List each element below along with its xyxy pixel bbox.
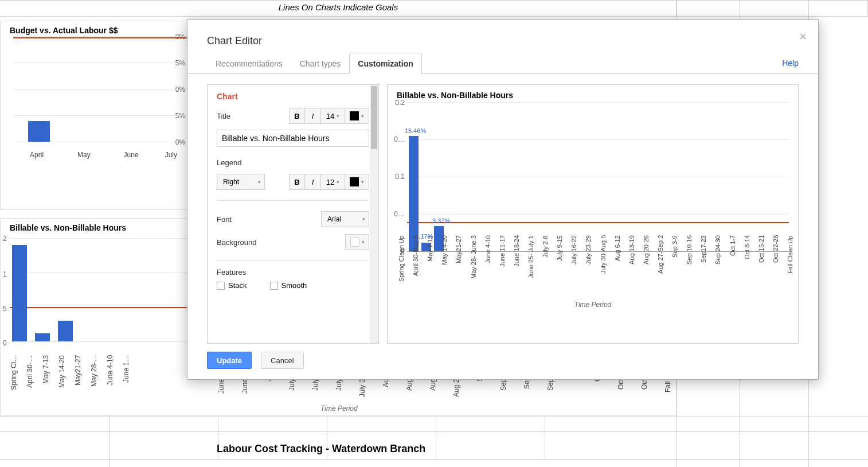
- y-label: 5: [3, 305, 7, 313]
- cancel-button[interactable]: Cancel: [261, 352, 303, 369]
- tab-recommendations[interactable]: Recommendations: [207, 53, 291, 74]
- font-select[interactable]: Arial▾: [321, 211, 369, 227]
- sheet-header: Lines On Charts Indicate Goals: [0, 2, 677, 12]
- preview-x-label: July 2-8: [542, 235, 553, 298]
- preview-x-label: Aug 13-19: [628, 235, 640, 298]
- preview-title: Billable vs. Non-Billable Hours: [397, 91, 789, 100]
- chart-editor-dialog: Chart Editor × Recommendations Chart typ…: [187, 20, 819, 380]
- data-label: 15.46%: [405, 127, 426, 134]
- y-tick: 0…: [394, 210, 405, 218]
- y-tick: 0…: [394, 135, 405, 143]
- y-label: 2: [3, 235, 7, 243]
- customize-panel: Chart Title B I 14▾ ▾ Legend: [207, 84, 379, 344]
- preview-x-label: April 30-May 6: [412, 235, 424, 298]
- y-label: 0%: [175, 138, 185, 146]
- preview-x-label: July 30-Aug 5: [600, 235, 611, 298]
- legend-fontsize-select[interactable]: 12▾: [321, 174, 345, 190]
- background-label: Background: [217, 238, 256, 247]
- preview-x-label: June 4-10: [484, 235, 496, 298]
- title-color-select[interactable]: ▾: [345, 108, 369, 124]
- preview-x-label: Oct 15-21: [758, 235, 769, 298]
- legend-bold-button[interactable]: B: [289, 174, 305, 190]
- bar: [58, 321, 73, 341]
- y-label: 0: [3, 339, 7, 347]
- x-label: July: [155, 151, 187, 159]
- background-color-select[interactable]: ▾: [345, 234, 369, 250]
- features-label: Features: [217, 268, 369, 277]
- title-italic-button[interactable]: I: [305, 108, 321, 124]
- dialog-title: Chart Editor: [207, 35, 799, 47]
- preview-x-label: Aug 20-26: [643, 235, 654, 298]
- section-header: Labour Cost Tracking - Waterdown Branch: [217, 443, 425, 455]
- close-icon[interactable]: ×: [799, 30, 807, 43]
- section-chart-label: Chart: [217, 92, 369, 101]
- tab-chart-types[interactable]: Chart types: [291, 53, 350, 74]
- preview-x-label: May 7-13: [427, 235, 438, 298]
- smooth-checkbox[interactable]: Smooth: [270, 281, 307, 290]
- preview-x-label: Sep 3-9: [671, 235, 683, 298]
- title-bold-button[interactable]: B: [289, 108, 305, 124]
- preview-x-label: Oct 1-7: [729, 235, 741, 298]
- legend-position-select[interactable]: Right▾: [217, 174, 265, 190]
- y-label: 5%: [175, 112, 185, 120]
- preview-x-label: Oct 8-14: [744, 235, 755, 298]
- chart-title-input[interactable]: [217, 130, 369, 147]
- preview-x-label: Sep17-23: [700, 235, 711, 298]
- preview-x-label: July 16-22: [570, 235, 582, 298]
- bar: [35, 333, 50, 341]
- preview-x-label: Aug 27-Sep 2: [657, 235, 668, 298]
- bar: [28, 121, 50, 142]
- x-label: June: [107, 151, 154, 159]
- preview-x-label: July 23-29: [585, 235, 596, 298]
- preview-x-label: Fall Clean Up: [787, 235, 798, 298]
- preview-x-label: May21-27: [455, 235, 467, 298]
- preview-x-label: June 11-17: [499, 235, 510, 298]
- x-label: May: [60, 151, 107, 159]
- help-link[interactable]: Help: [782, 59, 799, 68]
- legend-italic-button[interactable]: I: [305, 174, 321, 190]
- y-label: 5%: [175, 59, 185, 67]
- y-label: 0%: [175, 85, 185, 94]
- preview-x-label: July 9-15: [556, 235, 568, 298]
- y-label: 0%: [175, 33, 185, 41]
- update-button[interactable]: Update: [207, 352, 252, 369]
- preview-x-label: Aug 6-12: [614, 235, 625, 298]
- preview-x-label: June 18-24: [513, 235, 525, 298]
- stack-checkbox[interactable]: Stack: [217, 281, 247, 290]
- chart-preview: Billable vs. Non-Billable Hours 0.2 0… 0…: [387, 84, 799, 344]
- preview-x-label: June 25- July 1: [527, 235, 539, 298]
- preview-x-label: Sep 24-30: [714, 235, 726, 298]
- preview-x-label: Spring Clean Up: [398, 235, 409, 298]
- preview-x-label: May 28- June 3: [470, 235, 482, 298]
- x-label: April: [13, 151, 60, 159]
- data-label: 3.37%: [432, 217, 450, 224]
- y-tick: 0.2: [395, 99, 405, 107]
- title-fontsize-select[interactable]: 14▾: [321, 108, 345, 124]
- tab-customization[interactable]: Customization: [349, 53, 421, 74]
- dialog-tabs: Recommendations Chart types Customizatio…: [187, 53, 818, 74]
- preview-x-label: May 14-20: [441, 235, 452, 298]
- preview-x-label: Oct 22-28: [772, 235, 784, 298]
- legend-label: Legend: [217, 158, 241, 167]
- y-label: 1: [3, 270, 7, 278]
- font-label: Font: [217, 215, 232, 224]
- bar: [12, 245, 27, 341]
- panel-scrollbar[interactable]: [370, 85, 378, 343]
- legend-color-select[interactable]: ▾: [345, 174, 369, 190]
- preview-goal-line: [407, 222, 789, 223]
- title-label: Title: [217, 112, 230, 120]
- preview-x-label: Sep 10-16: [686, 235, 697, 298]
- preview-axis-title: Time Period: [574, 301, 612, 309]
- y-tick: 0.1: [395, 173, 405, 181]
- preview-x-axis: Spring Clean UpApril 30-May 6May 7-13May…: [398, 235, 798, 298]
